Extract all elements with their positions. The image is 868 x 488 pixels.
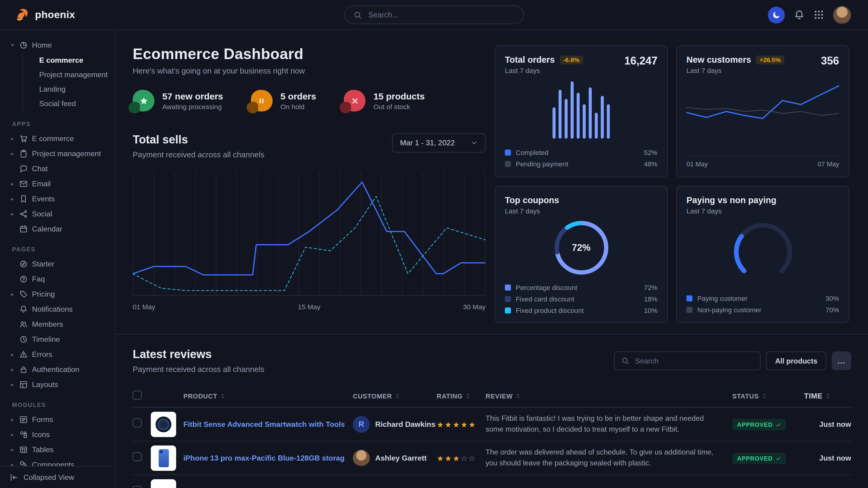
sidebar-item-notifications[interactable]: Notifications — [6, 301, 108, 317]
column-header-time[interactable]: TIME — [804, 392, 851, 400]
user-avatar[interactable] — [833, 6, 851, 24]
sidebar-item-label: Starter — [32, 260, 54, 268]
sidebar-item-pricing[interactable]: ▸Pricing — [6, 286, 108, 301]
sidebar-item-events[interactable]: ▸Events — [6, 191, 108, 206]
sidebar-item-label: Home — [32, 41, 52, 49]
caret-icon: ▸ — [10, 135, 15, 141]
bar — [570, 82, 574, 139]
customer-name: Richard Dawkins — [375, 420, 435, 428]
sidebar-section-label: APPS — [12, 121, 108, 127]
legend-label: Pending payment — [516, 160, 568, 168]
caret-icon: ▸ — [10, 151, 15, 157]
column-header-product[interactable]: PRODUCT — [183, 392, 344, 399]
notifications-button[interactable] — [794, 9, 805, 20]
sidebar-item-starter[interactable]: Starter — [6, 256, 108, 271]
bookmark-icon — [19, 194, 28, 203]
sidebar-item-e-commerce[interactable]: E commerce — [23, 53, 108, 67]
global-search-input[interactable] — [367, 10, 515, 20]
kpi-cards: Total orders-6.8% Last 7 days 16,247 Com… — [495, 45, 851, 323]
legend-item: Non-paying customer70% — [686, 306, 839, 314]
legend-swatch — [505, 307, 511, 314]
sidebar-item-e-commerce[interactable]: ▸E commerce — [6, 131, 108, 146]
sort-icon — [395, 393, 401, 399]
reviews-search-input[interactable] — [634, 356, 753, 366]
sidebar-item-authentication[interactable]: ▸Authentication — [6, 362, 108, 377]
all-products-button[interactable]: All products — [766, 352, 826, 370]
delta-badge: -6.8% — [559, 55, 583, 64]
sidebar-nav: ▾HomeE commerceProject managementLanding… — [6, 37, 108, 472]
legend-swatch — [505, 150, 511, 156]
sidebar-item-label: Social — [32, 209, 53, 218]
sidebar-item-errors[interactable]: ▸Errors — [6, 347, 108, 362]
date-range-select[interactable]: Mar 1 - 31, 2022 — [392, 133, 486, 153]
sidebar-item-label: Notifications — [32, 305, 73, 313]
more-options-button[interactable]: ... — [832, 352, 851, 370]
sidebar-item-tables[interactable]: ▸Tables — [6, 442, 108, 457]
sidebar-item-faq[interactable]: Faq — [6, 271, 108, 286]
sort-icon — [465, 393, 471, 399]
sidebar-item-social[interactable]: ▸Social — [6, 206, 108, 221]
row-checkbox[interactable] — [133, 452, 142, 461]
sidebar-item-members[interactable]: Members — [6, 317, 108, 331]
caret-icon: ▸ — [10, 196, 15, 202]
caret-icon: ▸ — [10, 211, 15, 217]
reviews-search[interactable] — [614, 352, 761, 370]
legend-swatch — [505, 161, 511, 167]
sidebar-item-social-feed[interactable]: Social feed — [23, 96, 108, 111]
search-icon — [353, 10, 362, 19]
search-icon — [621, 357, 629, 365]
legend-label: Fixed card discount — [516, 295, 574, 303]
sidebar-item-home[interactable]: ▾Home — [6, 37, 108, 53]
caret-icon: ▾ — [10, 42, 15, 48]
sidebar-item-forms[interactable]: ▸Forms — [6, 412, 108, 427]
tag-icon — [19, 290, 28, 298]
card-title: Total orders — [505, 55, 555, 65]
column-header-rating[interactable]: RATING — [437, 392, 486, 399]
global-search[interactable] — [344, 5, 524, 24]
stat-label: On hold — [280, 103, 316, 110]
row-checkbox[interactable] — [133, 418, 142, 427]
column-header-review[interactable]: REVIEW — [486, 392, 715, 399]
collapsed-view-toggle[interactable]: Collapsed View — [0, 466, 115, 488]
users-icon — [19, 320, 28, 328]
sidebar-item-landing[interactable]: Landing — [23, 82, 108, 96]
brand[interactable]: phoenix — [14, 7, 75, 23]
row-checkbox[interactable] — [133, 486, 142, 488]
sidebar-item-timeline[interactable]: Timeline — [6, 331, 108, 347]
form-icon — [19, 415, 28, 423]
apps-grid-button[interactable] — [814, 10, 824, 20]
sidebar: ▾HomeE commerceProject managementLanding… — [0, 30, 115, 488]
column-header-status[interactable]: STATUS — [732, 392, 804, 399]
customer-name: Ashley Garrett — [375, 454, 427, 462]
x-tick: 01 May — [133, 303, 155, 311]
column-header-customer[interactable]: CUSTOMER — [353, 392, 401, 399]
card-period: Last 7 days — [686, 67, 784, 74]
product-link[interactable]: iPhone 13 pro max-Pacific Blue-128GB sto… — [183, 454, 344, 462]
sidebar-item-icons[interactable]: ▸Icons — [6, 427, 108, 442]
x-tick: 01 May — [686, 160, 708, 168]
grid-icon — [814, 10, 824, 20]
customer-cell[interactable]: RRichard Dawkins — [353, 416, 437, 432]
caret-icon: ▸ — [10, 366, 15, 372]
caret-icon: ▸ — [10, 351, 15, 357]
sidebar-item-project-management[interactable]: Project management — [23, 67, 108, 82]
caret-icon: ▸ — [10, 381, 15, 387]
sidebar-item-calendar[interactable]: Calendar — [6, 221, 108, 236]
stat-label: Awating processing — [162, 103, 223, 110]
sidebar-item-layouts[interactable]: ▸Layouts — [6, 377, 108, 392]
theme-toggle-button[interactable] — [768, 6, 785, 23]
stat-value: 5 orders — [280, 91, 316, 101]
select-all-checkbox[interactable] — [133, 391, 142, 400]
legend-value: 48% — [644, 160, 657, 168]
legend-swatch — [505, 285, 511, 291]
shapes-icon — [19, 430, 28, 438]
product-image-watch — [151, 412, 176, 437]
star-icon — [133, 90, 154, 111]
sidebar-item-email[interactable]: ▸Email — [6, 176, 108, 191]
product-link[interactable]: Fitbit Sense Advanced Smartwatch with To… — [183, 420, 344, 428]
sidebar-item-label: Errors — [32, 350, 52, 358]
status-badge: APPROVED — [732, 419, 786, 430]
sidebar-item-chat[interactable]: Chat — [6, 161, 108, 176]
sidebar-item-project-management[interactable]: ▸Project management — [6, 146, 108, 161]
customer-cell[interactable]: Ashley Garrett — [353, 449, 437, 466]
